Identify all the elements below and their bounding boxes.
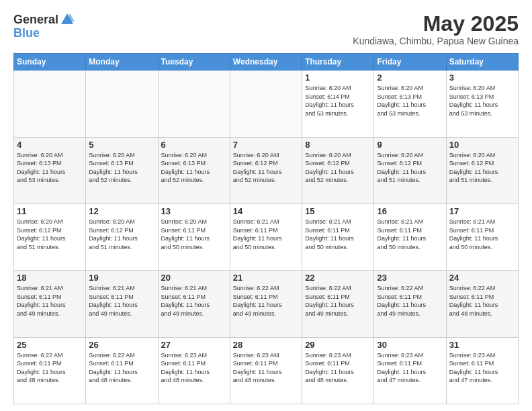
day-info: Sunrise: 6:20 AM Sunset: 6:13 PM Dayligh…	[449, 84, 515, 118]
day-number: 22	[305, 273, 371, 283]
day-header-saturday: Saturday	[446, 54, 518, 71]
day-info: Sunrise: 6:20 AM Sunset: 6:13 PM Dayligh…	[161, 151, 227, 185]
day-info: Sunrise: 6:20 AM Sunset: 6:12 PM Dayligh…	[89, 218, 154, 251]
day-header-thursday: Thursday	[302, 54, 374, 71]
day-cell: 10Sunrise: 6:20 AM Sunset: 6:12 PM Dayli…	[446, 137, 518, 203]
day-info: Sunrise: 6:20 AM Sunset: 6:13 PM Dayligh…	[17, 151, 83, 185]
day-cell: 7Sunrise: 6:20 AM Sunset: 6:12 PM Daylig…	[230, 137, 302, 203]
logo: General Blue	[13, 12, 75, 40]
day-info: Sunrise: 6:20 AM Sunset: 6:13 PM Dayligh…	[89, 151, 154, 185]
day-cell	[86, 71, 158, 137]
day-number: 31	[449, 340, 515, 350]
day-cell: 20Sunrise: 6:21 AM Sunset: 6:11 PM Dayli…	[158, 271, 230, 337]
calendar-subtitle: Kundiawa, Chimbu, Papua New Guinea	[353, 36, 519, 46]
day-info: Sunrise: 6:20 AM Sunset: 6:12 PM Dayligh…	[233, 151, 299, 185]
day-cell: 17Sunrise: 6:21 AM Sunset: 6:11 PM Dayli…	[446, 203, 518, 270]
day-cell: 1Sunrise: 6:20 AM Sunset: 6:14 PM Daylig…	[302, 71, 374, 137]
day-number: 4	[17, 140, 83, 150]
day-info: Sunrise: 6:20 AM Sunset: 6:12 PM Dayligh…	[449, 151, 515, 185]
day-info: Sunrise: 6:22 AM Sunset: 6:11 PM Dayligh…	[449, 284, 515, 318]
day-cell: 29Sunrise: 6:23 AM Sunset: 6:11 PM Dayli…	[302, 337, 374, 404]
header-row: SundayMondayTuesdayWednesdayThursdayFrid…	[14, 54, 519, 71]
day-info: Sunrise: 6:22 AM Sunset: 6:11 PM Dayligh…	[233, 284, 299, 318]
day-cell: 24Sunrise: 6:22 AM Sunset: 6:11 PM Dayli…	[446, 271, 518, 337]
day-info: Sunrise: 6:22 AM Sunset: 6:11 PM Dayligh…	[89, 351, 154, 385]
day-info: Sunrise: 6:21 AM Sunset: 6:11 PM Dayligh…	[305, 218, 371, 251]
day-number: 30	[377, 340, 443, 350]
day-cell: 31Sunrise: 6:23 AM Sunset: 6:11 PM Dayli…	[446, 337, 518, 404]
day-cell: 21Sunrise: 6:22 AM Sunset: 6:11 PM Dayli…	[230, 271, 302, 337]
day-header-monday: Monday	[86, 54, 158, 71]
day-header-tuesday: Tuesday	[158, 54, 230, 71]
day-cell: 19Sunrise: 6:21 AM Sunset: 6:11 PM Dayli…	[86, 271, 158, 337]
day-number: 13	[161, 206, 227, 216]
day-cell: 16Sunrise: 6:21 AM Sunset: 6:11 PM Dayli…	[374, 203, 446, 270]
day-number: 21	[233, 273, 299, 283]
day-info: Sunrise: 6:23 AM Sunset: 6:11 PM Dayligh…	[161, 351, 227, 385]
day-cell: 8Sunrise: 6:20 AM Sunset: 6:12 PM Daylig…	[302, 137, 374, 203]
day-info: Sunrise: 6:23 AM Sunset: 6:11 PM Dayligh…	[233, 351, 299, 385]
day-cell: 12Sunrise: 6:20 AM Sunset: 6:12 PM Dayli…	[86, 203, 158, 270]
day-cell: 3Sunrise: 6:20 AM Sunset: 6:13 PM Daylig…	[446, 71, 518, 137]
day-info: Sunrise: 6:23 AM Sunset: 6:11 PM Dayligh…	[449, 351, 515, 385]
day-number: 23	[377, 273, 443, 283]
day-number: 24	[449, 273, 515, 283]
day-number: 19	[89, 273, 154, 283]
day-cell: 26Sunrise: 6:22 AM Sunset: 6:11 PM Dayli…	[86, 337, 158, 404]
day-cell: 18Sunrise: 6:21 AM Sunset: 6:11 PM Dayli…	[14, 271, 86, 337]
day-cell: 27Sunrise: 6:23 AM Sunset: 6:11 PM Dayli…	[158, 337, 230, 404]
day-cell: 4Sunrise: 6:20 AM Sunset: 6:13 PM Daylig…	[14, 137, 86, 203]
day-cell: 22Sunrise: 6:22 AM Sunset: 6:11 PM Dayli…	[302, 271, 374, 337]
day-header-wednesday: Wednesday	[230, 54, 302, 71]
day-info: Sunrise: 6:21 AM Sunset: 6:11 PM Dayligh…	[449, 218, 515, 251]
day-number: 26	[89, 340, 154, 350]
day-cell	[230, 71, 302, 137]
day-cell: 23Sunrise: 6:22 AM Sunset: 6:11 PM Dayli…	[374, 271, 446, 337]
day-number: 7	[233, 140, 299, 150]
week-row-2: 4Sunrise: 6:20 AM Sunset: 6:13 PM Daylig…	[14, 137, 519, 203]
day-cell: 28Sunrise: 6:23 AM Sunset: 6:11 PM Dayli…	[230, 337, 302, 404]
day-cell	[14, 71, 86, 137]
day-info: Sunrise: 6:22 AM Sunset: 6:11 PM Dayligh…	[17, 351, 83, 385]
day-cell: 2Sunrise: 6:20 AM Sunset: 6:13 PM Daylig…	[374, 71, 446, 137]
day-cell: 5Sunrise: 6:20 AM Sunset: 6:13 PM Daylig…	[86, 137, 158, 203]
day-cell: 6Sunrise: 6:20 AM Sunset: 6:13 PM Daylig…	[158, 137, 230, 203]
day-number: 25	[17, 340, 83, 350]
week-row-1: 1Sunrise: 6:20 AM Sunset: 6:14 PM Daylig…	[14, 71, 519, 137]
day-number: 10	[449, 140, 515, 150]
day-cell: 9Sunrise: 6:20 AM Sunset: 6:12 PM Daylig…	[374, 137, 446, 203]
day-number: 3	[449, 73, 515, 83]
week-row-5: 25Sunrise: 6:22 AM Sunset: 6:11 PM Dayli…	[14, 337, 519, 404]
week-row-3: 11Sunrise: 6:20 AM Sunset: 6:12 PM Dayli…	[14, 203, 519, 270]
week-row-4: 18Sunrise: 6:21 AM Sunset: 6:11 PM Dayli…	[14, 271, 519, 337]
day-number: 20	[161, 273, 227, 283]
logo-icon	[60, 12, 75, 27]
day-info: Sunrise: 6:20 AM Sunset: 6:14 PM Dayligh…	[305, 84, 371, 118]
day-info: Sunrise: 6:20 AM Sunset: 6:12 PM Dayligh…	[377, 151, 443, 185]
day-info: Sunrise: 6:21 AM Sunset: 6:11 PM Dayligh…	[17, 284, 83, 318]
calendar-title: May 2025	[353, 12, 519, 36]
header: General Blue May 2025 Kundiawa, Chimbu, …	[13, 12, 519, 46]
calendar-table: SundayMondayTuesdayWednesdayThursdayFrid…	[13, 53, 519, 404]
day-number: 18	[17, 273, 83, 283]
day-number: 6	[161, 140, 227, 150]
day-number: 28	[233, 340, 299, 350]
day-number: 8	[305, 140, 371, 150]
day-number: 11	[17, 206, 83, 216]
day-header-friday: Friday	[374, 54, 446, 71]
day-header-sunday: Sunday	[14, 54, 86, 71]
day-cell: 11Sunrise: 6:20 AM Sunset: 6:12 PM Dayli…	[14, 203, 86, 270]
day-number: 16	[377, 206, 443, 216]
day-cell: 15Sunrise: 6:21 AM Sunset: 6:11 PM Dayli…	[302, 203, 374, 270]
day-info: Sunrise: 6:23 AM Sunset: 6:11 PM Dayligh…	[305, 351, 371, 385]
day-cell: 14Sunrise: 6:21 AM Sunset: 6:11 PM Dayli…	[230, 203, 302, 270]
page: General Blue May 2025 Kundiawa, Chimbu, …	[0, 0, 532, 411]
day-info: Sunrise: 6:20 AM Sunset: 6:13 PM Dayligh…	[377, 84, 443, 118]
day-number: 2	[377, 73, 443, 83]
day-info: Sunrise: 6:22 AM Sunset: 6:11 PM Dayligh…	[377, 284, 443, 318]
day-info: Sunrise: 6:20 AM Sunset: 6:12 PM Dayligh…	[17, 218, 83, 251]
day-cell: 30Sunrise: 6:23 AM Sunset: 6:11 PM Dayli…	[374, 337, 446, 404]
day-info: Sunrise: 6:21 AM Sunset: 6:11 PM Dayligh…	[377, 218, 443, 251]
day-info: Sunrise: 6:22 AM Sunset: 6:11 PM Dayligh…	[305, 284, 371, 318]
title-block: May 2025 Kundiawa, Chimbu, Papua New Gui…	[353, 12, 519, 46]
